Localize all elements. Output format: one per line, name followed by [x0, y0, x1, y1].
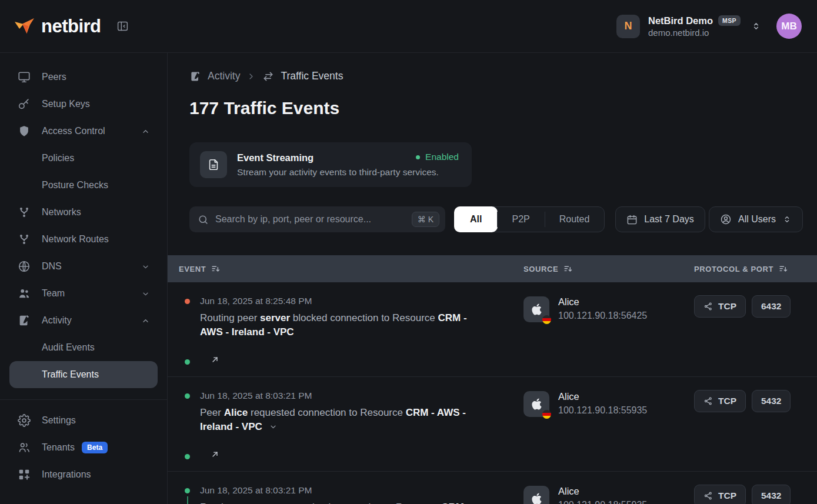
status-label: Enabled — [425, 152, 459, 162]
chevron-down-icon — [141, 262, 151, 272]
sidebar-item-activity[interactable]: Activity — [9, 307, 158, 334]
sidebar-item-label: Settings — [42, 415, 76, 426]
event-streaming-description: Stream your activity events to third-par… — [237, 167, 439, 178]
sort-icon[interactable] — [779, 264, 789, 274]
tab-p2p[interactable]: P2P — [497, 207, 544, 232]
account-selector[interactable]: N NetBird Demo MSP demo.netbird.io — [616, 15, 761, 38]
search-icon — [198, 214, 209, 225]
toolbar: ⌘ K AllP2PRouted Last 7 Days All Users — [189, 206, 810, 232]
event-description: Peer Alice requested connection to Resou… — [200, 406, 468, 434]
msp-badge: MSP — [718, 15, 741, 26]
sidebar-item-label: Activity — [42, 315, 72, 326]
event-streaming-card[interactable]: Event Streaming Stream your activity eve… — [189, 142, 472, 187]
protocol-badge: TCP — [694, 390, 746, 412]
external-link-icon — [211, 355, 219, 364]
table-row: Jun 18, 2025 at 8:03:21 PM Routing peer … — [168, 472, 817, 504]
protocol-cell: TCP 5432 — [694, 472, 817, 504]
port-badge: 5432 — [752, 485, 791, 504]
event-cell: Jun 18, 2025 at 8:03:21 PM Peer Alice re… — [168, 377, 523, 471]
traffic-arrows-icon — [262, 71, 274, 82]
protocol-label: TCP — [718, 301, 736, 312]
event-streaming-title: Event Streaming — [237, 152, 439, 163]
tab-all[interactable]: All — [454, 206, 498, 232]
shield-icon — [18, 125, 31, 138]
user-avatar[interactable]: MB — [776, 14, 802, 39]
apple-os-avatar — [523, 296, 549, 322]
sidebar-item-networks[interactable]: Networks — [9, 199, 158, 226]
breadcrumb-section[interactable]: Activity — [208, 70, 240, 82]
sidebar-collapse-icon[interactable] — [116, 20, 129, 32]
page-title: 177 Traffic Events — [189, 98, 810, 118]
date-range-label: Last 7 Days — [644, 214, 693, 225]
breadcrumb-page[interactable]: Traffic Events — [281, 70, 343, 82]
port-badge: 6432 — [752, 295, 791, 318]
sidebar-item-settings[interactable]: Settings — [9, 407, 158, 434]
protocol-cell: TCP 6432 — [694, 282, 817, 376]
netbird-bird-icon — [14, 18, 35, 35]
sidebar-item-label: Traffic Events — [42, 369, 99, 380]
key-icon — [18, 98, 31, 111]
apple-icon — [531, 303, 542, 316]
apple-os-avatar — [523, 391, 549, 417]
column-header-source: SOURCE — [523, 264, 694, 274]
account-name: NetBird Demo — [648, 15, 713, 26]
chevron-up-icon — [141, 316, 151, 326]
column-header-protocol-port: PROTOCOL & PORT — [694, 264, 817, 274]
calendar-icon — [626, 214, 638, 225]
germany-flag-badge — [542, 315, 551, 324]
netbird-logo[interactable]: netbird — [14, 16, 101, 37]
sidebar-item-label: Setup Keys — [42, 99, 90, 109]
routes-icon — [18, 233, 31, 246]
tab-routed[interactable]: Routed — [545, 207, 605, 232]
sidebar-item-label: Peers — [42, 72, 66, 82]
source-cell: Alice 100.121.90.18:56425 — [523, 282, 694, 376]
source-address: 100.121.90.18:55935 — [558, 405, 647, 416]
sidebar-item-tenants[interactable]: TenantsBeta — [9, 434, 158, 461]
share-network-icon — [703, 396, 713, 406]
user-filter-button[interactable]: All Users — [709, 206, 803, 232]
table-row: Jun 18, 2025 at 8:03:21 PM Peer Alice re… — [168, 377, 817, 472]
search-input[interactable] — [215, 214, 405, 225]
apple-icon — [531, 492, 542, 504]
table-row: Jun 18, 2025 at 8:25:48 PM Routing peer … — [168, 282, 817, 377]
chevrons-up-down-icon — [751, 21, 761, 31]
breadcrumb: Activity Traffic Events — [189, 70, 810, 82]
beta-badge: Beta — [82, 442, 108, 453]
sidebar-item-integrations[interactable]: Integrations — [9, 461, 158, 488]
sidebar-item-peers[interactable]: Peers — [9, 64, 158, 91]
sidebar-item-access-control[interactable]: Access Control — [9, 118, 158, 145]
sidebar-item-label: Access Control — [42, 126, 105, 136]
gear-icon — [18, 414, 31, 427]
sidebar-item-traffic-events[interactable]: Traffic Events — [9, 361, 158, 388]
sidebar-item-network-routes[interactable]: Network Routes — [9, 226, 158, 253]
chevron-up-icon — [141, 126, 151, 136]
sidebar-item-team[interactable]: Team — [9, 280, 158, 307]
external-link-icon — [211, 450, 219, 459]
germany-flag-badge — [542, 410, 551, 419]
chevron-down-icon — [141, 289, 151, 299]
timeline-connector — [187, 496, 188, 504]
sort-icon[interactable] — [211, 264, 221, 274]
sidebar-item-setup-keys[interactable]: Setup Keys — [9, 91, 158, 118]
chevrons-up-down-icon — [782, 215, 792, 224]
chevron-right-icon — [246, 72, 256, 81]
sidebar-item-label: Tenants — [42, 442, 75, 453]
sidebar-item-policies[interactable]: Policies — [9, 145, 158, 172]
status-dot — [416, 155, 420, 159]
monitor-icon — [18, 71, 31, 84]
source-cell: Alice 100.121.90.18:55935 — [523, 377, 694, 471]
file-text-icon — [200, 151, 227, 178]
expand-chevron-down-icon[interactable] — [268, 422, 278, 432]
date-range-button[interactable]: Last 7 Days — [615, 206, 705, 232]
sidebar-item-posture-checks[interactable]: Posture Checks — [9, 172, 158, 199]
sub-event-dot — [185, 359, 190, 365]
sidebar-item-dns[interactable]: DNS — [9, 253, 158, 280]
main-content: Activity Traffic Events 177 Traffic Even… — [168, 53, 817, 504]
sidebar-item-audit-events[interactable]: Audit Events — [9, 334, 158, 361]
sidebar-item-label: Network Routes — [42, 234, 109, 245]
port-badge: 5432 — [752, 390, 791, 412]
event-timestamp: Jun 18, 2025 at 8:03:21 PM — [200, 390, 512, 401]
sidebar: PeersSetup KeysAccess ControlPoliciesPos… — [0, 53, 168, 504]
sort-icon[interactable] — [563, 264, 573, 274]
protocol-label: TCP — [718, 490, 736, 501]
